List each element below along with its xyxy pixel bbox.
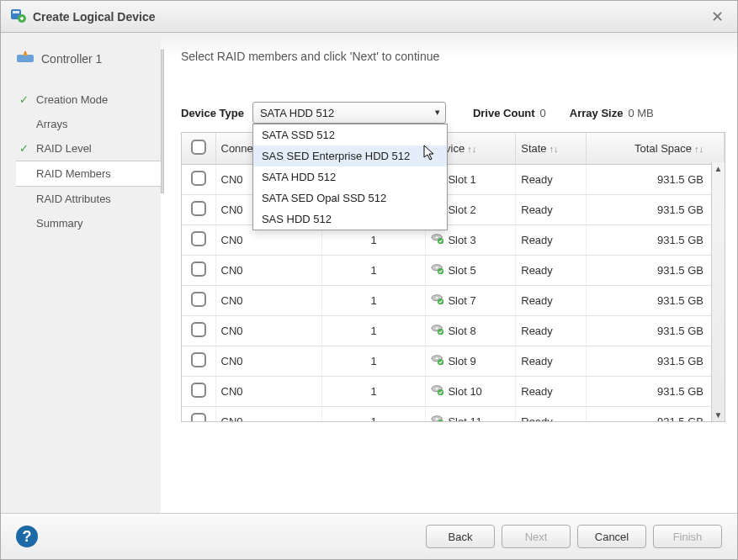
cell-space: 931.5 GB xyxy=(586,225,724,256)
table-row[interactable]: CN01Slot 8Ready931.5 GB xyxy=(182,316,725,346)
cell-enclosure: 1 xyxy=(322,256,426,286)
col-total-space[interactable]: Total Space↑↓ xyxy=(586,133,724,165)
device-type-select[interactable]: SATA HDD 512 ▾ SATA SSD 512SAS SED Enter… xyxy=(252,102,446,124)
row-checkbox[interactable] xyxy=(191,231,206,246)
cell-state: Ready xyxy=(516,225,586,256)
table-row[interactable]: CN01Slot 9Ready931.5 GB xyxy=(182,346,725,377)
cell-connector: CN0 xyxy=(215,377,322,407)
drive-count-label: Drive Count xyxy=(473,107,535,119)
disk-ok-icon xyxy=(431,354,444,368)
svg-point-13 xyxy=(436,236,439,238)
check-icon: ✓ xyxy=(18,93,29,106)
drive-stats: Drive Count 0 Array Size 0 MB xyxy=(454,107,654,119)
device-type-option[interactable]: SAS HDD 512 xyxy=(253,209,447,230)
device-type-option[interactable]: SATA SSD 512 xyxy=(253,124,447,145)
cell-state: Ready xyxy=(516,377,586,407)
step-label: RAID Level xyxy=(36,142,92,155)
table-row[interactable]: CN01Slot 10Ready931.5 GB xyxy=(182,377,725,407)
finish-button[interactable]: Finish xyxy=(653,525,722,548)
cell-space: 931.5 GB xyxy=(586,165,724,195)
svg-rect-1 xyxy=(13,11,19,13)
cell-space: 931.5 GB xyxy=(586,195,724,225)
cell-connector: CN0 xyxy=(215,407,322,423)
row-checkbox[interactable] xyxy=(191,262,206,277)
svg-point-31 xyxy=(436,418,439,420)
wizard-step-arrays[interactable]: Arrays xyxy=(16,112,156,136)
disk-ok-icon xyxy=(431,415,444,422)
cell-enclosure: 1 xyxy=(322,377,426,407)
col-state[interactable]: State↑↓ xyxy=(516,133,586,165)
svg-point-19 xyxy=(436,297,439,298)
col-select-all[interactable] xyxy=(182,133,215,165)
disk-ok-icon xyxy=(431,384,444,399)
cell-device: Slot 5 xyxy=(426,256,516,286)
cell-space: 931.5 GB xyxy=(586,286,724,316)
device-type-selected: SATA HDD 512 xyxy=(260,107,334,119)
main-panel: Select RAID members and click 'Next' to … xyxy=(164,33,737,513)
disk-ok-icon xyxy=(431,263,444,277)
scroll-up-icon[interactable]: ▲ xyxy=(714,164,723,173)
cell-device: Slot 8 xyxy=(426,316,516,346)
svg-point-22 xyxy=(436,327,439,329)
array-size-label: Array Size xyxy=(570,107,624,119)
table-row[interactable]: CN01Slot 11Ready931.5 GB xyxy=(182,407,725,423)
row-checkbox[interactable] xyxy=(191,292,206,307)
cancel-button[interactable]: Cancel xyxy=(577,525,646,548)
app-icon xyxy=(9,7,26,26)
cell-state: Ready xyxy=(516,346,586,377)
table-row[interactable]: CN01Slot 7Ready931.5 GB xyxy=(182,286,725,316)
help-icon[interactable]: ? xyxy=(16,526,38,547)
device-type-option[interactable]: SATA SED Opal SSD 512 xyxy=(253,188,447,209)
controller-label: Controller 1 xyxy=(41,52,102,66)
wizard-step-raid-members[interactable]: RAID Members xyxy=(16,161,161,187)
wizard-step-raid-level[interactable]: ✓RAID Level xyxy=(16,136,156,161)
svg-point-28 xyxy=(436,388,439,389)
row-checkbox[interactable] xyxy=(191,322,206,337)
cell-space: 931.5 GB xyxy=(586,377,724,407)
device-type-option[interactable]: SAS SED Enterprise HDD 512 xyxy=(253,145,447,166)
row-checkbox[interactable] xyxy=(191,352,206,367)
cell-device: Slot 7 xyxy=(426,286,516,316)
row-checkbox[interactable] xyxy=(191,383,206,398)
array-size-value: 0 MB xyxy=(628,107,653,119)
footer-bar: ? Back Next Cancel Finish xyxy=(1,513,737,559)
sort-icon: ↑↓ xyxy=(694,144,703,154)
svg-point-25 xyxy=(436,357,439,359)
row-checkbox[interactable] xyxy=(191,201,206,216)
table-row[interactable]: CN01Slot 5Ready931.5 GB xyxy=(182,256,725,286)
cell-state: Ready xyxy=(516,286,586,316)
row-checkbox[interactable] xyxy=(191,413,206,422)
disk-ok-icon xyxy=(431,233,444,247)
device-type-label: Device Type xyxy=(181,107,244,119)
cell-state: Ready xyxy=(516,195,586,225)
step-label: RAID Attributes xyxy=(36,193,111,205)
cell-enclosure: 1 xyxy=(322,407,426,423)
wizard-step-summary[interactable]: Summary xyxy=(16,211,156,235)
step-label: Summary xyxy=(36,217,83,230)
cell-connector: CN0 xyxy=(215,256,322,286)
check-icon: ✓ xyxy=(18,142,29,155)
close-icon[interactable]: ✕ xyxy=(706,4,729,29)
cell-enclosure: 1 xyxy=(322,316,426,346)
device-type-option[interactable]: SATA HDD 512 xyxy=(253,166,447,188)
next-button[interactable]: Next xyxy=(502,525,571,548)
instruction-text: Select RAID members and click 'Next' to … xyxy=(181,50,725,63)
sort-icon: ↑↓ xyxy=(550,144,559,154)
controls-row: Device Type SATA HDD 512 ▾ SATA SSD 512S… xyxy=(181,102,725,124)
disk-ok-icon xyxy=(431,324,444,338)
cell-connector: CN0 xyxy=(215,286,322,316)
back-button[interactable]: Back xyxy=(426,525,495,548)
cell-space: 931.5 GB xyxy=(586,407,724,423)
wizard-sidebar: ! Controller 1 ✓Creation ModeArrays✓RAID… xyxy=(1,33,161,513)
scrollbar[interactable]: ▲ ▼ xyxy=(711,162,725,421)
wizard-step-raid-attributes[interactable]: RAID Attributes xyxy=(16,187,156,211)
row-checkbox[interactable] xyxy=(191,171,206,186)
cell-connector: CN0 xyxy=(215,316,322,346)
cell-connector: CN0 xyxy=(215,346,322,377)
svg-point-16 xyxy=(436,267,439,268)
wizard-step-creation-mode[interactable]: ✓Creation Mode xyxy=(16,87,156,112)
titlebar: Create Logical Device ✕ xyxy=(1,1,737,33)
scroll-down-icon[interactable]: ▼ xyxy=(714,410,723,420)
window-title: Create Logical Device xyxy=(33,10,706,24)
checkbox-icon[interactable] xyxy=(191,140,206,155)
